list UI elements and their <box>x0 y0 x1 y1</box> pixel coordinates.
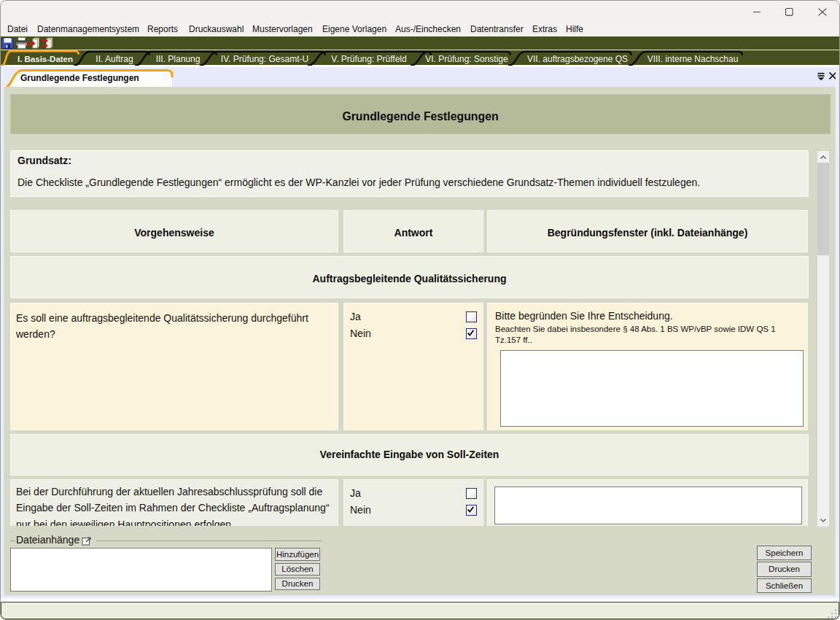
svg-text:III. Planung: III. Planung <box>156 54 201 64</box>
svg-text:II. Auftrag: II. Auftrag <box>96 54 133 64</box>
svg-text:IV. Prüfung: Gesamt-U: IV. Prüfung: Gesamt-U <box>221 54 308 64</box>
svg-text:VIII. interne Nachschau: VIII. interne Nachschau <box>648 54 739 64</box>
svg-text:Grundlegende Festlegungen: Grundlegende Festlegungen <box>20 73 139 83</box>
svg-text:I. Basis-Daten: I. Basis-Daten <box>18 55 73 63</box>
svg-text:V. Prüfung: Prüffeld: V. Prüfung: Prüffeld <box>331 54 406 64</box>
svg-text:VI. Prüfung: Sonstige: VI. Prüfung: Sonstige <box>425 54 508 64</box>
svg-text:VII. auftragsbezogene QS: VII. auftragsbezogene QS <box>527 54 628 64</box>
